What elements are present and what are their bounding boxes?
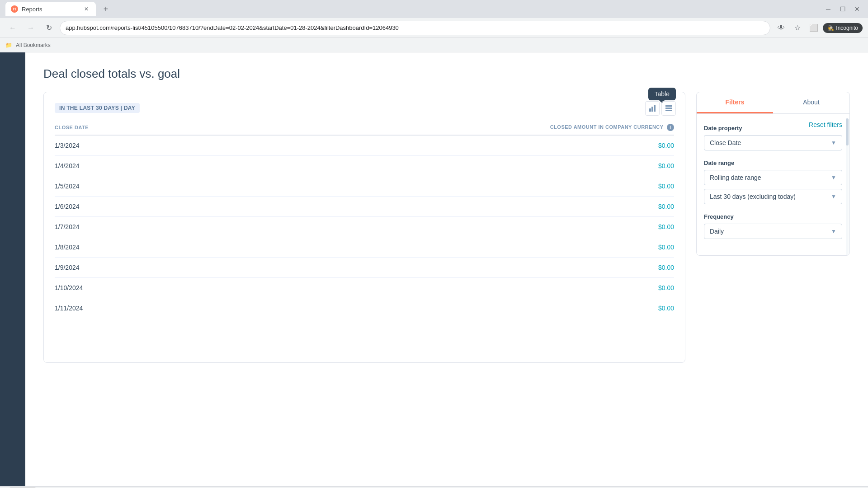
amount-info-icon[interactable]: i xyxy=(667,124,674,131)
amount-column-header: CLOSED AMOUNT IN COMPANY CURRENCY i xyxy=(188,120,674,135)
bookmarks-icon: 📁 xyxy=(5,42,12,48)
row-amount: $0.00 xyxy=(188,237,674,258)
side-navigation xyxy=(0,52,25,486)
date-property-value: Close Date xyxy=(710,139,741,146)
table-row: 1/4/2024 $0.00 xyxy=(55,156,674,176)
row-amount: $0.00 xyxy=(188,156,674,176)
date-property-section: Date property Close Date ▼ xyxy=(704,125,842,150)
data-table: CLOSE DATE CLOSED AMOUNT IN COMPANY CURR… xyxy=(55,120,674,318)
row-amount: $0.00 xyxy=(188,197,674,217)
eye-slash-icon: 👁 xyxy=(774,21,788,35)
row-date: 1/3/2024 xyxy=(55,135,188,156)
row-amount: $0.00 xyxy=(188,135,674,156)
row-date: 1/4/2024 xyxy=(55,156,188,176)
close-date-column-header: CLOSE DATE xyxy=(55,120,188,135)
frequency-select[interactable]: Daily ▼ xyxy=(704,224,842,239)
row-date: 1/5/2024 xyxy=(55,176,188,197)
row-amount: $0.00 xyxy=(188,217,674,237)
frequency-value: Daily xyxy=(710,228,724,235)
date-range-section: Date range Rolling date range ▼ Last 30 … xyxy=(704,160,842,204)
tab-favicon: H xyxy=(11,5,18,13)
date-property-chevron-icon: ▼ xyxy=(831,140,836,146)
row-amount: $0.00 xyxy=(188,298,674,319)
incognito-label: Incognito xyxy=(836,25,858,31)
page-title: Deal closed totals vs. goal xyxy=(43,67,850,81)
row-date: 1/8/2024 xyxy=(55,237,188,258)
incognito-badge: 🕵 Incognito xyxy=(823,23,863,33)
date-range-label: Date range xyxy=(704,160,842,166)
date-range-chevron-icon: ▼ xyxy=(831,174,836,181)
frequency-label: Frequency xyxy=(704,213,842,220)
svg-rect-0 xyxy=(649,108,651,112)
reset-filters-button[interactable]: Reset filters xyxy=(809,121,842,128)
forward-button[interactable]: → xyxy=(24,21,38,35)
date-range-value: Rolling date range xyxy=(710,174,761,181)
reload-button[interactable]: ↻ xyxy=(42,21,56,35)
new-tab-button[interactable]: + xyxy=(99,3,112,15)
table-row: 1/10/2024 $0.00 xyxy=(55,278,674,298)
panel-scrollbar[interactable] xyxy=(846,114,849,255)
svg-rect-4 xyxy=(665,108,672,109)
view-controls xyxy=(645,101,676,116)
date-range-badge: IN THE LAST 30 DAYS | DAY xyxy=(55,103,140,113)
browser-tab[interactable]: H Reports ✕ xyxy=(5,2,96,16)
table-tooltip: Table xyxy=(648,88,676,100)
window-controls: ─ ☐ ✕ xyxy=(823,4,863,14)
url-text: app.hubspot.com/reports-list/45105500/10… xyxy=(66,24,399,31)
incognito-icon: 🕵 xyxy=(827,25,834,31)
table-view-button[interactable] xyxy=(661,101,676,116)
row-date: 1/7/2024 xyxy=(55,217,188,237)
filters-panel: Filters About Reset filters Date propert… xyxy=(696,92,850,256)
report-container: Table IN THE LAST 30 xyxy=(43,92,850,363)
bookmarks-label: All Bookmarks xyxy=(16,42,51,48)
bookmark-icon[interactable]: ☆ xyxy=(790,21,805,35)
table-row: 1/9/2024 $0.00 xyxy=(55,258,674,278)
svg-rect-2 xyxy=(654,105,656,112)
tab-title: Reports xyxy=(22,6,42,13)
close-window-button[interactable]: ✕ xyxy=(852,4,863,14)
row-amount: $0.00 xyxy=(188,278,674,298)
back-button[interactable]: ← xyxy=(5,21,20,35)
svg-rect-5 xyxy=(665,110,672,111)
row-amount: $0.00 xyxy=(188,176,674,197)
maximize-button[interactable]: ☐ xyxy=(837,4,848,14)
table-row: 1/6/2024 $0.00 xyxy=(55,197,674,217)
panel-tabs: Filters About xyxy=(697,92,849,114)
row-date: 1/9/2024 xyxy=(55,258,188,278)
date-range-select[interactable]: Rolling date range ▼ xyxy=(704,170,842,185)
panel-body: Reset filters Date property Close Date ▼… xyxy=(697,114,849,255)
tab-about[interactable]: About xyxy=(773,92,849,113)
table-panel: Table IN THE LAST 30 xyxy=(43,92,685,363)
table-row: 1/7/2024 $0.00 xyxy=(55,217,674,237)
chart-view-button[interactable] xyxy=(645,101,660,116)
svg-rect-3 xyxy=(665,105,672,107)
table-row: 1/11/2024 $0.00 xyxy=(55,298,674,319)
row-date: 1/11/2024 xyxy=(55,298,188,319)
table-row: 1/3/2024 $0.00 xyxy=(55,135,674,156)
address-bar[interactable]: app.hubspot.com/reports-list/45105500/10… xyxy=(60,21,770,35)
date-range-sub-value: Last 30 days (excluding today) xyxy=(710,193,796,200)
row-date: 1/6/2024 xyxy=(55,197,188,217)
tab-filters[interactable]: Filters xyxy=(697,92,773,113)
row-amount: $0.00 xyxy=(188,258,674,278)
horizontal-scrollbar[interactable] xyxy=(0,486,868,488)
minimize-button[interactable]: ─ xyxy=(823,4,834,14)
split-view-icon[interactable]: ⬜ xyxy=(807,21,821,35)
svg-rect-1 xyxy=(651,107,653,112)
date-range-sub-chevron-icon: ▼ xyxy=(831,193,836,200)
date-property-select[interactable]: Close Date ▼ xyxy=(704,135,842,150)
row-date: 1/10/2024 xyxy=(55,278,188,298)
frequency-chevron-icon: ▼ xyxy=(831,228,836,235)
frequency-section: Frequency Daily ▼ xyxy=(704,213,842,239)
table-row: 1/8/2024 $0.00 xyxy=(55,237,674,258)
date-range-sub-select[interactable]: Last 30 days (excluding today) ▼ xyxy=(704,189,842,204)
table-row: 1/5/2024 $0.00 xyxy=(55,176,674,197)
tab-close-button[interactable]: ✕ xyxy=(82,5,90,13)
